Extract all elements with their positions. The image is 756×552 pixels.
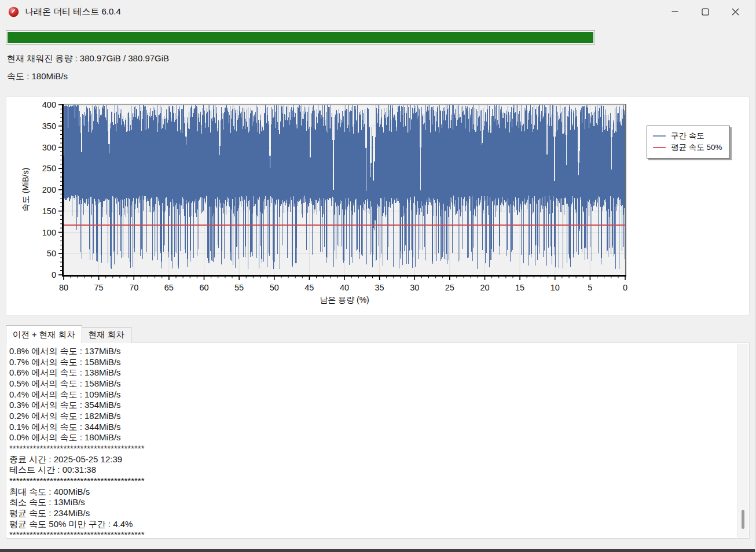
- legend-label: 구간 속도: [671, 131, 704, 141]
- log-line: 종료 시간 : 2025-05-25 12:39: [9, 454, 734, 465]
- log-line: 0.4% 에서의 속도 : 109MiB/s: [9, 389, 734, 400]
- svg-text:15: 15: [515, 283, 524, 292]
- fill-progressbar: [6, 30, 595, 45]
- legend-item-average: 평균 속도 50%: [653, 142, 722, 153]
- log-line: ****************************************: [9, 529, 734, 539]
- svg-text:250: 250: [42, 164, 56, 173]
- titlebar: 나래온 더티 테스트 6.0.4: [0, 0, 755, 23]
- app-window: 나래온 더티 테스트 6.0.4 현재 채워진 용량 : 380.97GiB /…: [0, 0, 755, 552]
- log-line: 평균 속도 : 234MiB/s: [9, 508, 734, 519]
- svg-text:25: 25: [445, 283, 454, 292]
- log-line: 0.7% 에서의 속도 : 158MiB/s: [9, 357, 734, 368]
- tab-previous-plus-current[interactable]: 이전 + 현재 회차: [6, 325, 82, 343]
- log-line: ****************************************: [9, 443, 734, 454]
- minimize-button[interactable]: [660, 0, 690, 23]
- svg-text:65: 65: [164, 283, 174, 292]
- legend-item-interval: 구간 속도: [653, 130, 722, 142]
- window-bottom-edge: [0, 549, 755, 552]
- svg-text:20: 20: [480, 283, 489, 292]
- result-log-panel[interactable]: 0.8% 에서의 속도 : 137MiB/s0.7% 에서의 속도 : 158M…: [6, 343, 750, 539]
- svg-text:속도 (MiB/s): 속도 (MiB/s): [21, 168, 30, 212]
- log-line: 0.6% 에서의 속도 : 138MiB/s: [9, 367, 734, 378]
- svg-text:50: 50: [270, 283, 279, 292]
- log-line: 0.3% 에서의 속도 : 354MiB/s: [9, 400, 734, 411]
- svg-text:70: 70: [129, 283, 138, 292]
- svg-text:200: 200: [42, 185, 56, 194]
- log-line: 0.5% 에서의 속도 : 158MiB/s: [9, 378, 734, 389]
- log-line: 0.1% 에서의 속도 : 344MiB/s: [9, 422, 734, 433]
- capacity-status: 현재 채워진 용량 : 380.97GiB / 380.97GiB: [7, 53, 169, 64]
- svg-text:남은 용량 (%): 남은 용량 (%): [320, 295, 369, 304]
- svg-text:400: 400: [42, 100, 56, 109]
- svg-text:0: 0: [623, 283, 627, 292]
- svg-text:50: 50: [47, 249, 56, 258]
- svg-text:80: 80: [59, 283, 68, 292]
- log-line: 평균 속도 50% 미만 구간 : 4.4%: [9, 519, 734, 530]
- chart-legend: 구간 속도 평균 속도 50%: [647, 126, 730, 159]
- window-controls: [660, 0, 750, 23]
- svg-text:30: 30: [410, 283, 419, 292]
- average-speed-swatch: [653, 147, 666, 148]
- app-icon: [8, 6, 19, 17]
- interval-speed-swatch: [653, 135, 666, 137]
- speed-status: 속도 : 180MiB/s: [7, 71, 68, 82]
- log-lines: 0.8% 에서의 속도 : 137MiB/s0.7% 에서의 속도 : 158M…: [6, 343, 749, 539]
- svg-text:5: 5: [588, 283, 592, 292]
- result-tabs: 이전 + 현재 회차 현재 회차: [6, 327, 131, 343]
- log-line: 테스트 시간 : 00:31:38: [9, 465, 734, 476]
- svg-text:45: 45: [304, 283, 314, 292]
- close-button[interactable]: [720, 0, 750, 23]
- maximize-button[interactable]: [690, 0, 720, 23]
- svg-text:350: 350: [42, 122, 56, 131]
- legend-label: 평균 속도 50%: [671, 142, 722, 153]
- svg-text:300: 300: [42, 143, 56, 152]
- log-line: 0.8% 에서의 속도 : 137MiB/s: [9, 346, 734, 357]
- svg-text:55: 55: [234, 283, 244, 292]
- svg-text:40: 40: [340, 283, 349, 292]
- log-line: 0.2% 에서의 속도 : 182MiB/s: [9, 411, 734, 422]
- tab-current-round[interactable]: 현재 회차: [82, 327, 131, 343]
- progressbar-fill: [8, 32, 593, 43]
- log-scrollbar[interactable]: [737, 344, 748, 538]
- svg-text:60: 60: [199, 283, 208, 292]
- svg-text:10: 10: [551, 283, 560, 292]
- log-scrollbar-thumb[interactable]: [742, 510, 744, 529]
- log-line: ****************************************: [9, 476, 734, 487]
- svg-text:75: 75: [94, 283, 104, 292]
- log-line: 0.0% 에서의 속도 : 180MiB/s: [9, 432, 734, 443]
- speed-chart-panel: 0501001502002503003504008075706560555045…: [6, 97, 750, 315]
- svg-text:0: 0: [52, 270, 56, 279]
- window-title: 나래온 더티 테스트 6.0.4: [25, 6, 121, 17]
- log-line: 최대 속도 : 400MiB/s: [9, 487, 734, 498]
- svg-text:100: 100: [42, 228, 56, 237]
- speed-chart: 0501001502002503003504008075706560555045…: [6, 97, 749, 315]
- log-line: 최소 속도 : 13MiB/s: [9, 497, 734, 508]
- svg-text:150: 150: [42, 207, 56, 216]
- svg-text:35: 35: [375, 283, 384, 292]
